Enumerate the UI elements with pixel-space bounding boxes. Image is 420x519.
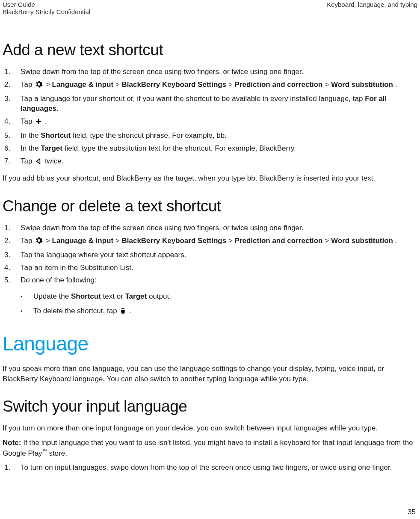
list-item: • To delete the shortcut, tap . [21, 306, 417, 317]
list-item: 4. Tap . [4, 116, 417, 128]
list-item: 5. Do one of the following: [4, 275, 417, 285]
step-number: 1. [4, 67, 21, 77]
heading-add-shortcut: Add a new text shortcut [3, 41, 417, 59]
heading-language: Language [3, 332, 417, 355]
step-number: 6. [4, 143, 21, 154]
settings-gear-icon [35, 237, 43, 247]
list-item: • Update the Shortcut text or Target out… [21, 291, 417, 302]
change-delete-steps: 1. Swipe down from the top of the screen… [3, 223, 417, 285]
step-number: 5. [4, 275, 21, 285]
list-item: 4. Tap an item in the Substitution List. [4, 263, 417, 273]
add-shortcut-footer: If you add bb as your shortcut, and Blac… [3, 173, 417, 184]
step-text: Swipe down from the top of the screen on… [21, 67, 417, 77]
heading-change-delete-shortcut: Change or delete a text shortcut [3, 197, 417, 215]
back-triangle-icon [35, 157, 42, 168]
step-text: Tap . [21, 116, 417, 128]
list-item: 1. Swipe down from the top of the screen… [4, 67, 417, 77]
step-number: 2. [4, 236, 21, 246]
step-text: In the Shortcut field, type the shortcut… [21, 130, 417, 141]
header-section: Keyboard, language, and typing [327, 1, 417, 15]
step-text: Do one of the following: [21, 275, 417, 285]
step-number: 5. [4, 130, 21, 141]
header-left: User Guide BlackBerry Strictly Confident… [3, 1, 90, 15]
step-text: Tap > Language & input > BlackBerry Keyb… [21, 236, 417, 247]
step-text: Tap > Language & input > BlackBerry Keyb… [21, 80, 417, 91]
list-item: 5. In the Shortcut field, type the short… [4, 130, 417, 141]
step-number: 2. [4, 80, 21, 90]
step-number: 4. [4, 263, 21, 273]
header-title: User Guide [3, 1, 90, 8]
list-item: 6. In the Target field, type the substit… [4, 143, 417, 154]
step-text: To turn on input languages, swipe down f… [21, 463, 417, 473]
step-text: Tap a language for your shortcut or, if … [21, 94, 417, 114]
language-paragraph: If you speak more than one language, you… [3, 364, 417, 384]
add-shortcut-steps: 1. Swipe down from the top of the screen… [3, 67, 417, 167]
step-number: 4. [4, 116, 21, 127]
step-number: 1. [4, 463, 21, 473]
list-item: 1. Swipe down from the top of the screen… [4, 223, 417, 233]
step-text: In the Target field, type the substituti… [21, 143, 417, 154]
settings-gear-icon [35, 80, 43, 91]
bullet: • [21, 308, 33, 315]
bullet-text: Update the Shortcut text or Target outpu… [33, 291, 171, 302]
step-number: 3. [4, 94, 21, 104]
step-text: Tap the language where your text shortcu… [21, 250, 417, 260]
switch-input-paragraph: If you turn on more than one input langu… [3, 423, 417, 433]
step-text: Swipe down from the top of the screen on… [21, 223, 417, 233]
switch-input-note: Note: If the input language that you wan… [3, 438, 417, 458]
list-item: 1. To turn on input languages, swipe dow… [4, 463, 417, 473]
list-item: 2. Tap > Language & input > BlackBerry K… [4, 80, 417, 91]
header-subtitle: BlackBerry Strictly Confidential [3, 8, 90, 15]
plus-icon [35, 118, 42, 128]
switch-input-steps: 1. To turn on input languages, swipe dow… [3, 463, 417, 473]
heading-switch-input-language: Switch your input language [3, 397, 417, 415]
page-number: 35 [408, 508, 416, 516]
list-item: 2. Tap > Language & input > BlackBerry K… [4, 236, 417, 247]
step-text: Tap an item in the Substitution List. [21, 263, 417, 273]
change-delete-bullets: • Update the Shortcut text or Target out… [3, 291, 417, 317]
bullet: • [21, 293, 33, 301]
bullet-text: To delete the shortcut, tap . [33, 306, 131, 317]
step-number: 3. [4, 250, 21, 260]
step-text: Tap twice. [21, 156, 417, 168]
step-number: 1. [4, 223, 21, 233]
list-item: 3. Tap the language where your text shor… [4, 250, 417, 260]
step-number: 7. [4, 156, 21, 166]
list-item: 3. Tap a language for your shortcut or, … [4, 94, 417, 114]
page-header: User Guide BlackBerry Strictly Confident… [3, 0, 417, 15]
list-item: 7. Tap twice. [4, 156, 417, 168]
trash-icon [120, 307, 126, 317]
content: Add a new text shortcut 1. Swipe down fr… [3, 15, 417, 473]
